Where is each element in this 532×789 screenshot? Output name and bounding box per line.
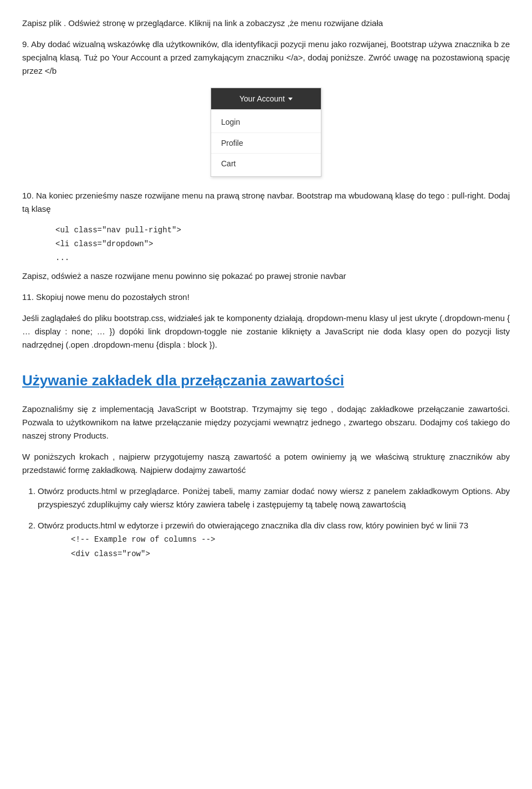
- para-3: 10. Na koniec przenieśmy nasze rozwijane…: [22, 189, 510, 216]
- para-2: 9. Aby dodać wizualną wskazówkę dla użyt…: [22, 38, 510, 78]
- para-1: Zapisz plik . Odśwież stronę w przegląda…: [22, 17, 510, 30]
- dropdown-header: Your Account: [211, 88, 321, 109]
- para-7: Zapoznaliśmy się z implementacją JavaScr…: [22, 403, 510, 442]
- para-4: Zapisz, odśwież a nasze rozwijane menu p…: [22, 269, 510, 283]
- code-line-3: ...: [55, 251, 510, 265]
- dropdown-box: Your Account Login Profile Cart: [211, 88, 321, 177]
- para-8: W poniższych krokach , najpierw przygotu…: [22, 450, 510, 477]
- dropdown-preview: Your Account Login Profile Cart: [22, 88, 510, 177]
- section-heading: Używanie zakładek dla przełączania zawar…: [22, 369, 510, 393]
- para-6: Jeśli zaglądałeś do pliku bootstrap.css,…: [22, 312, 510, 352]
- para-2-text: 9. Aby dodać wizualną wskazówkę dla użyt…: [22, 39, 510, 75]
- step-2-text: Otwórz products.html w edytorze i przewi…: [38, 521, 468, 530]
- dropdown-item-profile: Profile: [211, 133, 321, 154]
- step-2: Otwórz products.html w edytorze i przewi…: [38, 519, 510, 562]
- code-line-2: <li class="dropdown">: [55, 237, 510, 251]
- dropdown-item-cart: Cart: [211, 154, 321, 174]
- html-comment: <!-- Example row of columns -->: [71, 532, 510, 547]
- dropdown-item-login: Login: [211, 112, 321, 133]
- page-content: Zapisz plik . Odśwież stronę w przegląda…: [22, 17, 510, 562]
- html-div: <div class="row">: [71, 547, 510, 562]
- caret-icon: [288, 98, 293, 100]
- code-line-1: <ul class="nav pull-right">: [55, 223, 510, 237]
- step-1: Otwórz products.html w przeglądarce. Pon…: [38, 485, 510, 511]
- steps-list: Otwórz products.html w przeglądarce. Pon…: [38, 485, 510, 562]
- dropdown-title: Your Account: [239, 93, 285, 105]
- dropdown-menu-list: Login Profile Cart: [211, 109, 321, 176]
- para-5: 11. Skopiuj nowe menu do pozostałych str…: [22, 291, 510, 304]
- code-block-1: <ul class="nav pull-right"> <li class="d…: [55, 223, 510, 266]
